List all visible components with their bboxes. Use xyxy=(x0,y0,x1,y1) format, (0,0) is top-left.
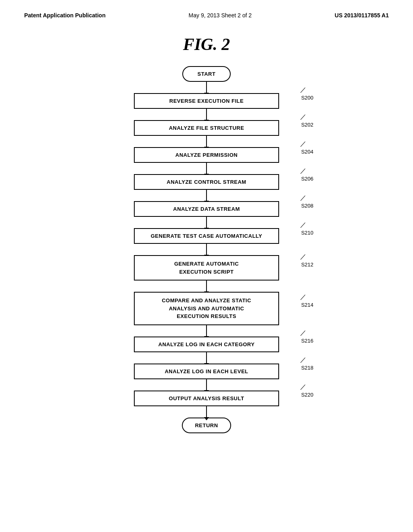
step-s202: ANALYZE FILE STRUCTURE xyxy=(134,120,279,136)
arrow-6 xyxy=(206,217,207,228)
step-s200: REVERSE EXECUTION FILE xyxy=(134,93,279,109)
step-s214: COMPARE AND ANALYZE STATICANALYSIS AND A… xyxy=(134,292,279,325)
page: Patent Application Publication May 9, 20… xyxy=(0,0,413,532)
step-s204: ANALYZE PERMISSION xyxy=(134,147,279,163)
step-s216: ANALYZE LOG IN EACH CATEGORY xyxy=(134,337,279,352)
header-center: May 9, 2013 Sheet 2 of 2 xyxy=(189,12,252,19)
arrow-5 xyxy=(206,190,207,201)
step-s220: OUTPUT ANALYSIS RESULT xyxy=(134,391,279,406)
header-left: Patent Application Publication xyxy=(24,12,106,19)
arrow-8 xyxy=(206,281,207,292)
step-s218: ANALYZE LOG IN EACH LEVEL xyxy=(134,364,279,379)
flowchart: START REVERSE EXECUTION FILE ╱ S200 ANAL… xyxy=(24,66,389,433)
step-s206: ANALYZE CONTROL STREAM xyxy=(134,174,279,190)
arrow-4 xyxy=(206,163,207,174)
arrow-9 xyxy=(206,325,207,337)
step-s208: ANALYZE DATA STREAM xyxy=(134,201,279,217)
arrow-7 xyxy=(206,244,207,255)
arrow-2 xyxy=(206,109,207,120)
arrow-3 xyxy=(206,136,207,147)
arrow-1 xyxy=(206,82,207,93)
header-right: US 2013/0117855 A1 xyxy=(335,12,389,19)
arrow-11 xyxy=(206,379,207,391)
step-s210: GENERATE TEST CASE AUTOMATICALLY xyxy=(134,228,279,244)
page-header: Patent Application Publication May 9, 20… xyxy=(24,12,389,19)
step-s212: GENERATE AUTOMATICEXECUTION SCRIPT xyxy=(134,255,279,281)
arrow-12 xyxy=(206,406,207,418)
start-node: START xyxy=(182,66,231,82)
figure-title: FIG. 2 xyxy=(24,35,389,54)
arrow-10 xyxy=(206,352,207,364)
